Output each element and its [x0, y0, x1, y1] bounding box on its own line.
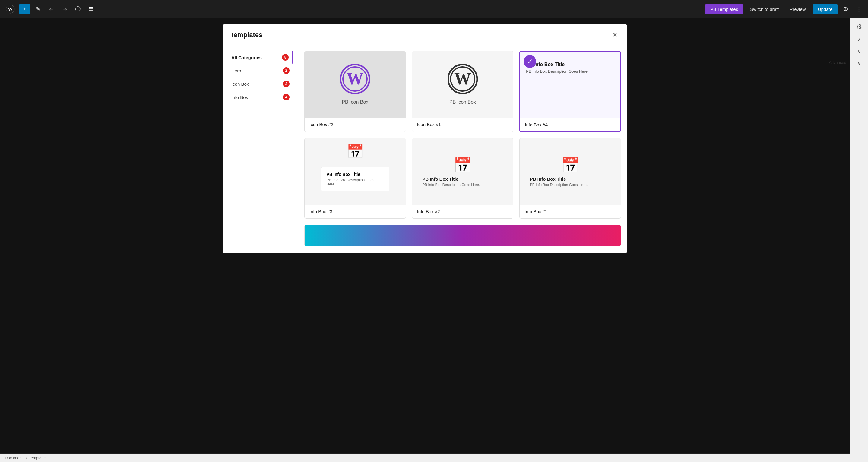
modal-header: Templates ✕ [223, 24, 627, 45]
redo-icon: ↪ [62, 6, 67, 12]
calendar-icon-2: 📅 [453, 156, 472, 174]
template-card-info-box-2[interactable]: 📅 PB Info Box Title PB Info Box Descript… [412, 138, 514, 219]
infobox3-title: PB Info Box Title [327, 172, 384, 177]
more-options-button[interactable]: ⋮ [854, 4, 864, 14]
right-sidebar: ⚙ ∧ ∨ ∨ [850, 18, 868, 462]
wp-logo: W [4, 2, 17, 16]
svg-text:W: W [346, 69, 364, 88]
ellipsis-icon: ⋮ [856, 5, 862, 13]
modal-title: Templates [230, 31, 262, 39]
close-icon: ✕ [612, 31, 618, 39]
preview-button[interactable]: Preview [785, 4, 810, 14]
icon-box-2-label: Icon Box #2 [305, 118, 406, 131]
toolbar-right: PB Templates Switch to draft Preview Upd… [705, 4, 864, 14]
templates-grid: W PB Icon Box Icon Box #2 W [304, 51, 621, 219]
sidebar-icon-box-label: Icon Box [231, 82, 249, 87]
sidebar-icon-box-badge: 2 [283, 81, 289, 87]
infobox2-desc: PB Info Box Description Goes Here. [422, 183, 503, 187]
infobox4-desc: PB Info Box Description Goes Here. [526, 69, 614, 73]
list-button[interactable]: ☰ [86, 4, 96, 14]
gradient-preview [305, 225, 621, 246]
settings-button[interactable]: ⚙ [840, 4, 851, 14]
sidebar-all-categories-badge: 8 [282, 54, 289, 61]
toolbar: W + ✎ ↩ ↪ ⓘ ☰ PB Templates Switch to dra… [0, 0, 868, 18]
templates-content: W PB Icon Box Icon Box #2 W [298, 45, 627, 253]
sidebar-hero-label: Hero [231, 68, 241, 73]
infobox1-content: PB Info Box Title PB Info Box Descriptio… [530, 177, 611, 187]
breadcrumb: Document → Templates [0, 454, 868, 462]
gradient-card-container [304, 225, 621, 246]
redo-button[interactable]: ↪ [59, 4, 70, 14]
infobox4-content: PB Info Box Title PB Info Box Descriptio… [526, 62, 614, 73]
sidebar-item-all-categories[interactable]: All Categories 8 [228, 51, 293, 64]
sidebar-item-info-box[interactable]: Info Box 4 [228, 91, 293, 103]
icon-box-1-preview-label: PB Icon Box [450, 99, 476, 105]
template-preview-icon-box-2: W PB Icon Box [305, 51, 406, 118]
calendar-icon-1: 📅 [561, 156, 580, 174]
template-preview-info-box-2: 📅 PB Info Box Title PB Info Box Descript… [412, 138, 513, 205]
infobox2-title: PB Info Box Title [422, 177, 503, 182]
pb-templates-button[interactable]: PB Templates [705, 4, 743, 14]
svg-text:W: W [8, 7, 13, 12]
info-box-2-label: Info Box #2 [412, 205, 513, 218]
switch-draft-button[interactable]: Switch to draft [746, 4, 783, 14]
icon-box-2-preview-label: PB Icon Box [342, 99, 368, 105]
templates-modal: Templates ✕ All Categories 8 Hero 2 Icon… [223, 24, 627, 253]
info-button[interactable]: ⓘ [72, 4, 83, 14]
template-card-icon-box-2[interactable]: W PB Icon Box Icon Box #2 [304, 51, 406, 132]
info-icon: ⓘ [75, 5, 81, 13]
template-preview-info-box-3: 📅 PB Info Box Title PB Info Box Descript… [305, 138, 406, 205]
pen-button[interactable]: ✎ [33, 4, 43, 14]
list-icon: ☰ [89, 6, 93, 12]
wp-logo-dark-svg: W [447, 64, 478, 94]
infobox4-title: PB Info Box Title [526, 62, 614, 67]
template-card-info-box-4[interactable]: PRO ✓ PB Info Box Title PB Info Box Desc… [519, 51, 621, 132]
infobox1-title: PB Info Box Title [530, 177, 611, 182]
icon-box-1-label: Icon Box #1 [412, 118, 513, 131]
sidebar-item-hero[interactable]: Hero 2 [228, 64, 293, 77]
sidebar-chevron-down2-icon[interactable]: ∨ [858, 60, 861, 66]
modal-body: All Categories 8 Hero 2 Icon Box 2 Info … [223, 45, 627, 253]
template-card-info-box-3[interactable]: PRO 📅 PB Info Box Title PB Info Box Desc… [304, 138, 406, 219]
add-button[interactable]: + [19, 4, 30, 14]
undo-button[interactable]: ↩ [46, 4, 57, 14]
sidebar-info-box-badge: 4 [283, 94, 289, 100]
svg-text:W: W [454, 69, 471, 88]
info-box-4-label: Info Box #4 [520, 118, 620, 131]
gear-icon: ⚙ [843, 5, 848, 13]
infobox2-content: PB Info Box Title PB Info Box Descriptio… [422, 177, 503, 187]
sidebar-chevron-up-icon[interactable]: ∧ [858, 37, 861, 42]
info-box-3-label: Info Box #3 [305, 205, 406, 218]
template-card-gradient[interactable] [304, 225, 621, 246]
template-preview-info-box-4: ✓ PB Info Box Title PB Info Box Descript… [520, 52, 620, 118]
template-preview-icon-box-1: W PB Icon Box [412, 51, 513, 118]
infobox1-desc: PB Info Box Description Goes Here. [530, 183, 611, 187]
sidebar-item-icon-box[interactable]: Icon Box 2 [228, 78, 293, 90]
template-card-icon-box-1[interactable]: W PB Icon Box Icon Box #1 [412, 51, 514, 132]
pen-icon: ✎ [36, 6, 40, 12]
sidebar-all-categories-label: All Categories [231, 55, 262, 60]
calendar-icon-3-float: 📅 [346, 144, 364, 159]
infobox3-desc: PB Info Box Description Goes Here. [327, 178, 384, 186]
sidebar-info-box-label: Info Box [231, 95, 248, 100]
template-preview-info-box-1: 📅 PB Info Box Title PB Info Box Descript… [520, 138, 621, 205]
modal-close-button[interactable]: ✕ [610, 30, 620, 40]
wp-logo-purple-svg: W [340, 64, 370, 94]
update-button[interactable]: Update [812, 4, 838, 14]
sidebar-hero-badge: 2 [283, 67, 289, 74]
modal-sidebar: All Categories 8 Hero 2 Icon Box 2 Info … [223, 45, 298, 253]
sidebar-gear-icon[interactable]: ⚙ [856, 23, 862, 31]
undo-icon: ↩ [49, 6, 54, 12]
sidebar-chevron-down-icon[interactable]: ∨ [858, 49, 861, 54]
modal-overlay: Templates ✕ All Categories 8 Hero 2 Icon… [0, 18, 850, 453]
infobox3-card: PB Info Box Title PB Info Box Descriptio… [321, 167, 390, 191]
template-card-info-box-1[interactable]: 📅 PB Info Box Title PB Info Box Descript… [519, 138, 621, 219]
info-box-1-label: Info Box #1 [520, 205, 621, 218]
